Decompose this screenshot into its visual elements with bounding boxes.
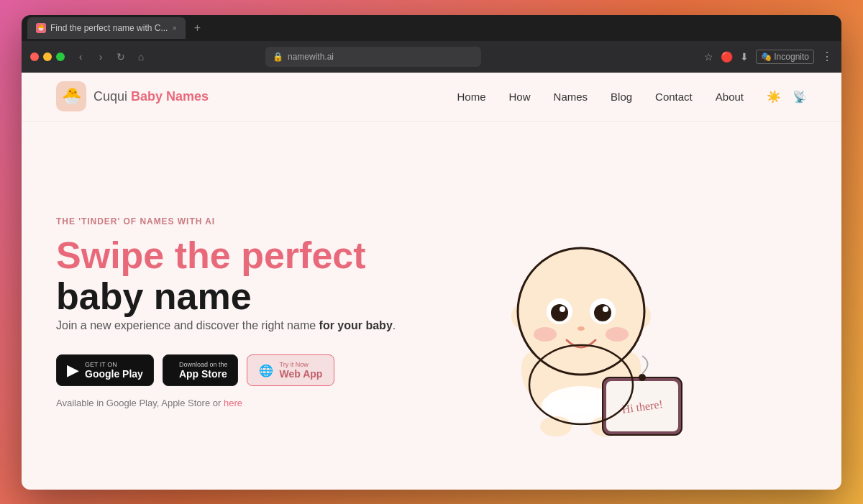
svg-point-9 xyxy=(551,304,568,321)
nav-links: Home How Names Blog Contact About xyxy=(457,91,744,103)
more-options-button[interactable]: ⋮ xyxy=(821,50,833,63)
web-app-label: Try it Now Web App xyxy=(279,361,322,380)
reload-button[interactable]: ↻ xyxy=(114,50,128,64)
google-play-icon: ▶ xyxy=(67,361,79,380)
download-icon[interactable]: ⬇ xyxy=(740,51,749,63)
app-store-label: Download on the App Store xyxy=(179,361,228,380)
hero-title: Swipe the perfect baby name xyxy=(56,235,430,317)
svg-point-14 xyxy=(577,326,585,331)
minimize-window-button[interactable] xyxy=(43,52,52,61)
nav-blog[interactable]: Blog xyxy=(611,91,632,103)
svg-point-15 xyxy=(534,327,557,342)
forward-button[interactable]: › xyxy=(93,50,108,64)
home-button[interactable]: ⌂ xyxy=(134,50,148,64)
address-bar[interactable]: 🔒 namewith.ai xyxy=(265,47,481,67)
logo-text: Cuqui Baby Names xyxy=(93,89,209,104)
tab-favicon: 🐣 xyxy=(36,23,46,33)
nav-names[interactable]: Names xyxy=(554,91,588,103)
close-window-button[interactable] xyxy=(30,52,39,61)
browser-tab-bar: 🐣 Find the perfect name with C... × + xyxy=(22,15,841,41)
nav-icons: ☀️ 📡 xyxy=(767,90,807,104)
hero-illustration: Hi there! xyxy=(430,183,732,442)
nav-contact[interactable]: Contact xyxy=(655,91,693,103)
url-text: namewith.ai xyxy=(288,52,334,62)
web-app-button[interactable]: 🌐 Try it Now Web App xyxy=(247,354,334,386)
incognito-badge: 🎭 Incognito xyxy=(756,50,814,64)
browser-titlebar: ‹ › ↻ ⌂ 🔒 namewith.ai ☆ 🔴 ⬇ 🎭 Incognito … xyxy=(22,41,841,73)
google-play-label: GET IT ON Google Play xyxy=(85,361,143,380)
nav-home[interactable]: Home xyxy=(457,91,486,103)
hero-content: THE 'TINDER' OF NAMES WITH AI Swipe the … xyxy=(56,216,430,408)
hero-eyebrow: THE 'TINDER' OF NAMES WITH AI xyxy=(56,216,430,226)
browser-navigation: ‹ › ↻ ⌂ xyxy=(73,50,148,64)
browser-tab[interactable]: 🐣 Find the perfect name with C... × xyxy=(27,17,186,39)
bookmark-icon[interactable]: ☆ xyxy=(704,51,713,63)
hero-title-line2: baby name xyxy=(56,275,252,317)
svg-point-10 xyxy=(560,306,565,312)
maximize-window-button[interactable] xyxy=(56,52,65,61)
browser-window: 🐣 Find the perfect name with C... × + ‹ … xyxy=(22,15,841,490)
site-navigation: 🐣 Cuqui Baby Names Home How Names Blog C… xyxy=(22,73,841,122)
app-store-button[interactable]: Download on the App Store xyxy=(163,354,239,386)
baby-image: Hi there! xyxy=(452,183,711,442)
hero-subtitle: Join a new experience and discover the r… xyxy=(56,317,430,334)
svg-point-12 xyxy=(594,304,611,321)
hero-title-line1: Swipe the perfect xyxy=(56,234,366,276)
hero-section: THE 'TINDER' OF NAMES WITH AI Swipe the … xyxy=(22,122,841,490)
traffic-lights xyxy=(30,52,65,61)
svg-point-16 xyxy=(606,327,629,342)
new-tab-button[interactable]: + xyxy=(188,22,206,35)
logo-icon: 🐣 xyxy=(56,81,86,111)
lock-icon: 🔒 xyxy=(273,52,283,62)
tab-title: Find the perfect name with C... xyxy=(50,23,168,33)
back-button[interactable]: ‹ xyxy=(73,50,88,64)
svg-point-22 xyxy=(639,374,646,381)
rss-icon[interactable]: 📡 xyxy=(793,90,807,104)
nav-how[interactable]: How xyxy=(509,91,531,103)
website-content: 🐣 Cuqui Baby Names Home How Names Blog C… xyxy=(22,73,841,490)
theme-toggle-icon[interactable]: ☀️ xyxy=(767,90,781,104)
google-play-button[interactable]: ▶ GET IT ON Google Play xyxy=(56,354,154,386)
globe-icon: 🌐 xyxy=(259,364,273,377)
svg-point-13 xyxy=(603,306,608,312)
availability-link[interactable]: here xyxy=(224,398,242,408)
cta-buttons: ▶ GET IT ON Google Play Download on the … xyxy=(56,354,430,386)
tab-close-button[interactable]: × xyxy=(172,24,176,32)
availability-text: Available in Google Play, Apple Store or… xyxy=(56,398,430,408)
nav-about[interactable]: About xyxy=(716,91,744,103)
logo[interactable]: 🐣 Cuqui Baby Names xyxy=(56,81,209,111)
extension-icon[interactable]: 🔴 xyxy=(721,51,733,63)
